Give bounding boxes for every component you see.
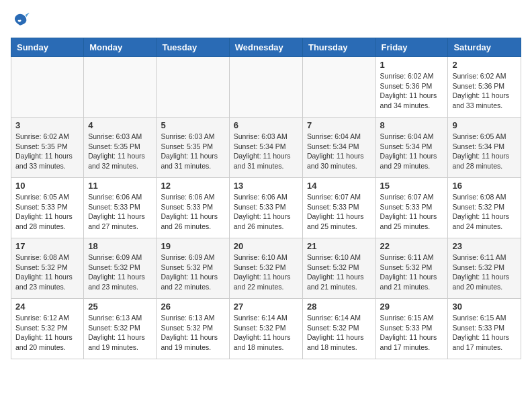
day-cell: 9Sunrise: 6:05 AM Sunset: 5:34 PM Daylig… xyxy=(448,118,521,178)
day-cell: 8Sunrise: 6:04 AM Sunset: 5:34 PM Daylig… xyxy=(375,118,448,178)
calendar-table: SundayMondayTuesdayWednesdayThursdayFrid… xyxy=(11,38,521,359)
weekday-header-monday: Monday xyxy=(84,38,157,57)
day-cell: 2Sunrise: 6:02 AM Sunset: 5:36 PM Daylig… xyxy=(448,57,521,118)
day-number: 14 xyxy=(307,181,371,191)
day-info: Sunrise: 6:13 AM Sunset: 5:32 PM Dayligh… xyxy=(161,313,224,353)
day-info: Sunrise: 6:09 AM Sunset: 5:32 PM Dayligh… xyxy=(88,253,152,292)
day-number: 6 xyxy=(234,120,298,130)
weekday-header-wednesday: Wednesday xyxy=(229,38,302,57)
day-number: 5 xyxy=(161,120,224,130)
weekday-header-row: SundayMondayTuesdayWednesdayThursdayFrid… xyxy=(11,38,521,57)
day-number: 17 xyxy=(15,241,79,251)
day-cell: 27Sunrise: 6:14 AM Sunset: 5:32 PM Dayli… xyxy=(229,299,302,359)
day-cell: 16Sunrise: 6:08 AM Sunset: 5:32 PM Dayli… xyxy=(448,178,521,238)
day-info: Sunrise: 6:12 AM Sunset: 5:32 PM Dayligh… xyxy=(15,313,79,353)
day-info: Sunrise: 6:14 AM Sunset: 5:32 PM Dayligh… xyxy=(307,313,371,353)
day-number: 7 xyxy=(307,120,371,130)
day-cell: 13Sunrise: 6:06 AM Sunset: 5:33 PM Dayli… xyxy=(229,178,302,238)
day-number: 20 xyxy=(234,241,298,251)
day-cell: 4Sunrise: 6:03 AM Sunset: 5:35 PM Daylig… xyxy=(84,118,157,178)
day-cell: 22Sunrise: 6:11 AM Sunset: 5:32 PM Dayli… xyxy=(375,238,448,299)
day-info: Sunrise: 6:14 AM Sunset: 5:32 PM Dayligh… xyxy=(234,313,298,353)
weekday-header-tuesday: Tuesday xyxy=(157,38,229,57)
day-info: Sunrise: 6:09 AM Sunset: 5:32 PM Dayligh… xyxy=(161,253,224,292)
day-number: 19 xyxy=(161,241,224,251)
day-cell: 11Sunrise: 6:06 AM Sunset: 5:33 PM Dayli… xyxy=(84,178,157,238)
day-number: 25 xyxy=(88,302,152,312)
day-cell: 3Sunrise: 6:02 AM Sunset: 5:35 PM Daylig… xyxy=(11,118,84,178)
day-info: Sunrise: 6:02 AM Sunset: 5:35 PM Dayligh… xyxy=(15,132,79,171)
day-number: 21 xyxy=(307,241,371,251)
day-cell: 6Sunrise: 6:03 AM Sunset: 5:34 PM Daylig… xyxy=(229,118,302,178)
day-cell: 12Sunrise: 6:06 AM Sunset: 5:33 PM Dayli… xyxy=(157,178,229,238)
day-info: Sunrise: 6:06 AM Sunset: 5:33 PM Dayligh… xyxy=(88,192,152,232)
day-number: 16 xyxy=(452,181,517,191)
day-cell: 24Sunrise: 6:12 AM Sunset: 5:32 PM Dayli… xyxy=(11,299,84,359)
day-number: 13 xyxy=(234,181,298,191)
day-cell: 20Sunrise: 6:10 AM Sunset: 5:32 PM Dayli… xyxy=(229,238,302,299)
day-number: 4 xyxy=(88,120,152,130)
day-cell: 29Sunrise: 6:15 AM Sunset: 5:33 PM Dayli… xyxy=(375,299,448,359)
day-cell: 1Sunrise: 6:02 AM Sunset: 5:36 PM Daylig… xyxy=(375,57,448,118)
day-info: Sunrise: 6:15 AM Sunset: 5:33 PM Dayligh… xyxy=(380,313,444,353)
day-cell xyxy=(157,57,229,118)
day-info: Sunrise: 6:10 AM Sunset: 5:32 PM Dayligh… xyxy=(234,253,298,292)
day-cell: 19Sunrise: 6:09 AM Sunset: 5:32 PM Dayli… xyxy=(157,238,229,299)
day-number: 8 xyxy=(380,120,444,130)
day-cell: 17Sunrise: 6:08 AM Sunset: 5:32 PM Dayli… xyxy=(11,238,84,299)
day-info: Sunrise: 6:02 AM Sunset: 5:36 PM Dayligh… xyxy=(380,71,444,111)
weekday-header-saturday: Saturday xyxy=(448,38,521,57)
day-info: Sunrise: 6:07 AM Sunset: 5:33 PM Dayligh… xyxy=(307,192,371,232)
day-number: 23 xyxy=(452,241,517,251)
day-number: 30 xyxy=(452,302,517,312)
day-cell: 26Sunrise: 6:13 AM Sunset: 5:32 PM Dayli… xyxy=(157,299,229,359)
logo-bird-icon xyxy=(11,11,30,30)
day-cell: 21Sunrise: 6:10 AM Sunset: 5:32 PM Dayli… xyxy=(302,238,375,299)
weekday-header-sunday: Sunday xyxy=(11,38,84,57)
day-number: 22 xyxy=(380,241,444,251)
day-info: Sunrise: 6:06 AM Sunset: 5:33 PM Dayligh… xyxy=(234,192,298,232)
day-info: Sunrise: 6:03 AM Sunset: 5:35 PM Dayligh… xyxy=(88,132,152,171)
day-number: 27 xyxy=(234,302,298,312)
day-cell: 10Sunrise: 6:05 AM Sunset: 5:33 PM Dayli… xyxy=(11,178,84,238)
day-info: Sunrise: 6:08 AM Sunset: 5:32 PM Dayligh… xyxy=(15,253,79,292)
day-cell: 18Sunrise: 6:09 AM Sunset: 5:32 PM Dayli… xyxy=(84,238,157,299)
day-cell: 15Sunrise: 6:07 AM Sunset: 5:33 PM Dayli… xyxy=(375,178,448,238)
day-cell: 28Sunrise: 6:14 AM Sunset: 5:32 PM Dayli… xyxy=(302,299,375,359)
day-info: Sunrise: 6:05 AM Sunset: 5:33 PM Dayligh… xyxy=(15,192,79,232)
day-info: Sunrise: 6:15 AM Sunset: 5:33 PM Dayligh… xyxy=(452,313,517,353)
day-info: Sunrise: 6:03 AM Sunset: 5:35 PM Dayligh… xyxy=(161,132,224,171)
day-cell: 7Sunrise: 6:04 AM Sunset: 5:34 PM Daylig… xyxy=(302,118,375,178)
week-row-1: 1Sunrise: 6:02 AM Sunset: 5:36 PM Daylig… xyxy=(11,57,521,118)
day-cell: 14Sunrise: 6:07 AM Sunset: 5:33 PM Dayli… xyxy=(302,178,375,238)
day-number: 1 xyxy=(380,60,444,70)
day-info: Sunrise: 6:08 AM Sunset: 5:32 PM Dayligh… xyxy=(452,192,517,232)
day-number: 24 xyxy=(15,302,79,312)
day-number: 3 xyxy=(15,120,79,130)
day-info: Sunrise: 6:05 AM Sunset: 5:34 PM Dayligh… xyxy=(452,132,517,171)
day-info: Sunrise: 6:04 AM Sunset: 5:34 PM Dayligh… xyxy=(307,132,371,171)
day-number: 11 xyxy=(88,181,152,191)
day-info: Sunrise: 6:11 AM Sunset: 5:32 PM Dayligh… xyxy=(452,253,517,292)
day-cell: 25Sunrise: 6:13 AM Sunset: 5:32 PM Dayli… xyxy=(84,299,157,359)
week-row-2: 3Sunrise: 6:02 AM Sunset: 5:35 PM Daylig… xyxy=(11,118,521,178)
day-number: 9 xyxy=(452,120,517,130)
page-header xyxy=(11,11,521,30)
day-cell xyxy=(229,57,302,118)
day-number: 26 xyxy=(161,302,224,312)
logo xyxy=(11,11,32,30)
day-cell: 23Sunrise: 6:11 AM Sunset: 5:32 PM Dayli… xyxy=(448,238,521,299)
day-info: Sunrise: 6:11 AM Sunset: 5:32 PM Dayligh… xyxy=(380,253,444,292)
day-info: Sunrise: 6:02 AM Sunset: 5:36 PM Dayligh… xyxy=(452,71,517,111)
day-number: 15 xyxy=(380,181,444,191)
day-number: 10 xyxy=(15,181,79,191)
day-number: 12 xyxy=(161,181,224,191)
weekday-header-friday: Friday xyxy=(375,38,448,57)
day-cell xyxy=(11,57,84,118)
day-cell xyxy=(302,57,375,118)
day-cell: 5Sunrise: 6:03 AM Sunset: 5:35 PM Daylig… xyxy=(157,118,229,178)
day-info: Sunrise: 6:07 AM Sunset: 5:33 PM Dayligh… xyxy=(380,192,444,232)
day-info: Sunrise: 6:10 AM Sunset: 5:32 PM Dayligh… xyxy=(307,253,371,292)
week-row-3: 10Sunrise: 6:05 AM Sunset: 5:33 PM Dayli… xyxy=(11,178,521,238)
day-info: Sunrise: 6:03 AM Sunset: 5:34 PM Dayligh… xyxy=(234,132,298,171)
